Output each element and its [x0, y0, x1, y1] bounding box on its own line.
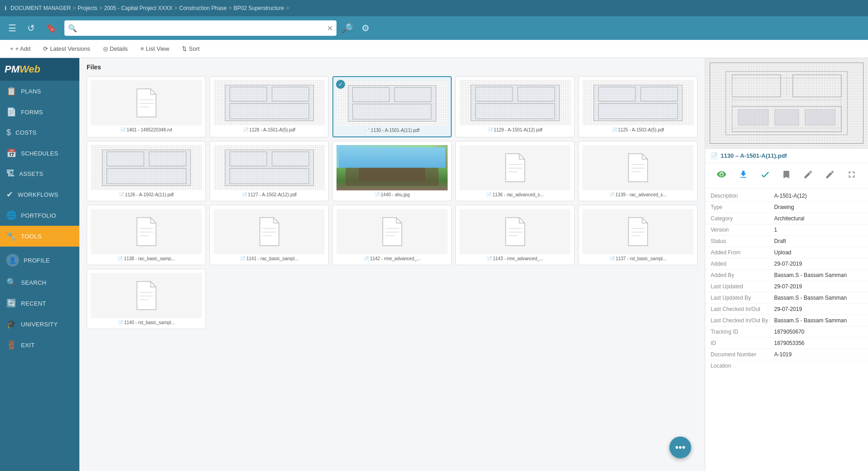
photo-thumb [336, 145, 448, 190]
details-label: Details [110, 45, 128, 52]
file-grid: 📄 1401 - 1485220348.rvt 📄 1128 - A-1501-… [87, 76, 697, 329]
sidebar-label-schedules: SCHEDULES [21, 150, 58, 157]
bookmark-action-button[interactable] [780, 168, 793, 184]
file-name: 📄 1130 - A-1501-A(11).pdf [365, 128, 419, 133]
file-card[interactable]: 📄 1440 - ahu.jpg [332, 141, 452, 201]
info-icon[interactable]: ℹ [5, 5, 7, 11]
latest-versions-label: Latest Versions [50, 45, 90, 52]
list-view-button[interactable]: ≡ List View [138, 44, 172, 54]
file-card[interactable]: 📄 1129 - A-1501-A(12).pdf [455, 76, 575, 137]
sidebar-item-recent[interactable]: 🔄 RECENT [0, 293, 79, 314]
sidebar-item-portfolio[interactable]: 🌐 PORTFOLIO [0, 205, 79, 226]
file-type-icon: 📄 [488, 127, 493, 132]
file-card[interactable]: 📄 1127 - A-1502-A(12).pdf [210, 141, 329, 201]
file-card[interactable]: 📄 1126 - A-1502-A(11).pdf [87, 141, 206, 201]
file-card[interactable]: 📄 1136 - rac_advanced_s... [455, 141, 575, 201]
file-card[interactable]: 📄 1142 - rme_advanced_... [332, 205, 452, 265]
sidebar-label-costs: COSTS [15, 129, 36, 136]
download-action-button[interactable] [736, 168, 750, 184]
add-button[interactable]: + + Add [7, 44, 33, 54]
svg-rect-20 [149, 152, 185, 166]
sidebar-item-tools[interactable]: 🔧 TOOLs [0, 226, 79, 247]
breadcrumb-capital-project[interactable]: 2005 - Capital Project XXXX [104, 5, 173, 11]
expand-action-button[interactable] [845, 168, 858, 184]
blueprint-thumb [214, 145, 325, 190]
assets-icon: 🏗 [6, 169, 15, 179]
file-name: 📄 1129 - A-1501-A(12).pdf [488, 127, 542, 132]
sidebar-item-forms[interactable]: 📄 FORMS [0, 102, 79, 122]
file-card[interactable]: 📄 1140 - rst_basic_sampl... [87, 269, 206, 329]
file-thumb [582, 145, 693, 190]
thumb-svg [225, 85, 313, 121]
sort-button[interactable]: ⇅ Sort [179, 44, 202, 54]
svg-rect-8 [395, 87, 431, 102]
file-name-text: 1127 - A-1502-A(12).pdf [248, 192, 297, 197]
detail-row: Last Updated 29-07-2019 [705, 281, 868, 292]
blank-thumb [582, 145, 693, 190]
detail-row: Description A-1501-A(12) [705, 190, 868, 202]
view-action-button[interactable] [715, 168, 728, 184]
search-bar: 🔍 ✕ [64, 20, 336, 36]
sidebar-item-assets[interactable]: 🏗 ASSETS [0, 164, 79, 184]
file-card[interactable]: 📄 1128 - A-1501-A(5).pdf [210, 76, 329, 137]
blueprint-content [102, 150, 191, 186]
edit-action-button[interactable] [801, 168, 815, 184]
fab-button[interactable]: ••• [669, 437, 691, 458]
undo-icon[interactable]: ↺ [24, 21, 39, 35]
file-card[interactable]: ✓ 📄 1130 - A-1501-A(11).pdf [332, 76, 452, 137]
clear-search-icon[interactable]: ✕ [327, 24, 333, 33]
blueprint-thumb [337, 81, 447, 126]
add-icon: + [10, 45, 14, 52]
sidebar-item-costs[interactable]: $ COSTS [0, 122, 79, 143]
doc-svg [257, 217, 282, 247]
sidebar-item-profile[interactable]: 👤 PROFILE [0, 248, 79, 272]
breadcrumb: DOCUMENT MANAGER > Projects > 2005 - Cap… [10, 5, 289, 11]
search-input[interactable] [80, 24, 327, 32]
file-card[interactable]: 📄 1141 - rac_basic_sampl... [210, 205, 329, 265]
detail-field-value: 1 [774, 227, 777, 233]
file-type-icon: 📄 [118, 320, 123, 325]
detail-panel-scroll: 📄 1130 – A-1501-A(11).pdf [705, 58, 868, 471]
detail-row: Added By Bassam.S - Bassam Samman [705, 270, 868, 281]
bookmark-toolbar-icon[interactable]: 🔖 [42, 21, 61, 35]
settings-icon[interactable]: ⚙ [361, 23, 370, 34]
file-card[interactable]: 📄 1139 - rac_advanced_s... [578, 141, 697, 201]
file-card[interactable]: 📄 1401 - 1485220348.rvt [87, 76, 206, 137]
latest-versions-button[interactable]: ⟳ Latest Versions [40, 44, 93, 54]
svg-rect-58 [805, 109, 835, 125]
file-name: 📄 1401 - 1485220348.rvt [120, 127, 172, 132]
breadcrumb-construction-phase[interactable]: Construction Phase [179, 5, 227, 11]
detail-field-label: Last Checked In/Out By [711, 317, 774, 324]
sidebar-item-exit[interactable]: 🚪 EXIT [0, 335, 79, 355]
blueprint-content [225, 150, 314, 186]
svg-rect-5 [229, 104, 309, 119]
sidebar-item-workflows[interactable]: ✔ WORKFLOWS [0, 184, 79, 205]
file-card[interactable]: 📄 1138 - rac_basic_samp... [87, 205, 206, 265]
file-type-icon: 📄 [612, 127, 617, 132]
file-name-text: 1139 - rac_advanced_s... [615, 192, 667, 197]
doc-svg [503, 153, 527, 183]
sidebar-item-search[interactable]: 🔍 SEARCH [0, 272, 79, 293]
file-name-text: 1130 - A-1501-A(11).pdf [371, 128, 419, 133]
details-button[interactable]: ◎ Details [100, 44, 131, 54]
file-name: 📄 1142 - rme_advanced_... [364, 256, 420, 261]
file-card[interactable]: 📄 1143 - rme_advanced_... [455, 205, 575, 265]
zoom-icon[interactable]: 🔎 [342, 23, 353, 34]
breadcrumb-projects[interactable]: Projects [78, 5, 97, 11]
breadcrumb-doc-manager[interactable]: DOCUMENT MANAGER [10, 5, 71, 11]
file-name-text: 1125 - A-1502-A(5).pdf [618, 127, 664, 132]
breadcrumb-bp02[interactable]: BP02 Superstructure [234, 5, 284, 11]
sidebar-label-tools: TOOLs [21, 233, 41, 240]
check-action-button[interactable] [758, 168, 772, 184]
sidebar-item-schedules[interactable]: 📅 SCHEDULES [0, 143, 79, 164]
detail-row: Status Draft [705, 236, 868, 247]
file-card[interactable]: 📄 1125 - A-1502-A(5).pdf [578, 76, 697, 137]
file-thumb [91, 145, 202, 190]
pen-action-button[interactable] [823, 168, 837, 184]
sidebar-item-plans[interactable]: 📋 PLANS [0, 81, 79, 102]
sidebar-item-university[interactable]: 🎓 UNIVERSITY [0, 314, 79, 335]
detail-field-value: A-1019 [774, 351, 792, 358]
file-type-icon: 📄 [610, 256, 615, 261]
hamburger-menu-icon[interactable]: ☰ [5, 21, 20, 35]
file-card[interactable]: 📄 1137 - rst_basic_sampl... [578, 205, 697, 265]
